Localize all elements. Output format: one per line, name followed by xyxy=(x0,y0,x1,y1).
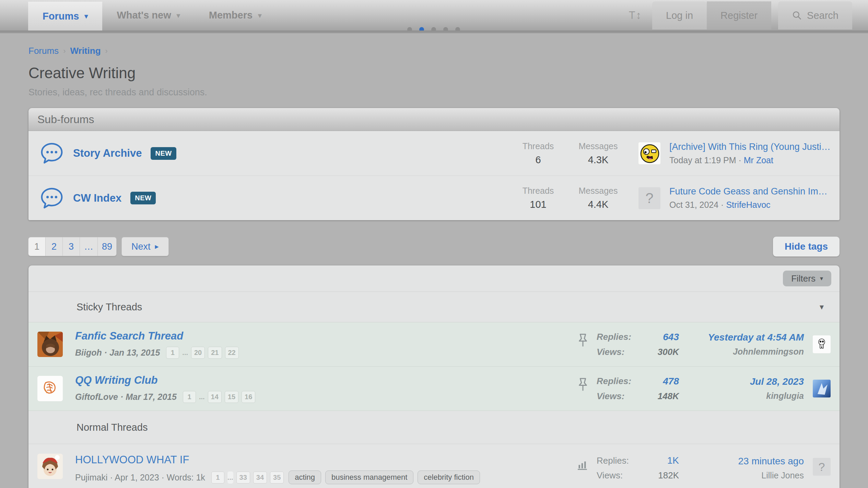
subforum-link-cw-index[interactable]: CW Index xyxy=(73,192,121,204)
pagination-row: 1 2 3 … 89 Next ▸ Hide tags xyxy=(28,237,840,257)
avatar-pujimaki[interactable] xyxy=(37,454,63,479)
tag-acting[interactable]: acting xyxy=(289,471,321,484)
hide-tags-button[interactable]: Hide tags xyxy=(773,237,840,257)
avatar-kinglugia[interactable] xyxy=(813,380,831,397)
last-post-author[interactable]: Johnlemmingson xyxy=(679,347,804,357)
page-button-1[interactable]: 1 xyxy=(28,237,46,256)
new-badge: NEW xyxy=(130,192,156,204)
messages-stat: Messages 4.4K xyxy=(568,186,628,210)
mini-page-button[interactable]: 33 xyxy=(236,472,250,484)
nav-tab-members[interactable]: Members ▾ xyxy=(195,0,276,31)
search-button[interactable]: Search xyxy=(778,1,852,29)
last-post-author[interactable]: StrifeHavoc xyxy=(726,200,770,210)
avatar-derp-face[interactable] xyxy=(638,142,660,164)
page-button-89[interactable]: 89 xyxy=(98,237,116,256)
last-post-time[interactable]: Today at 1:19 PM · xyxy=(669,155,741,165)
page-button-2[interactable]: 2 xyxy=(46,237,63,256)
page-button-3[interactable]: 3 xyxy=(63,237,80,256)
normal-threads-header: Normal Threads xyxy=(28,411,840,444)
sticky-threads-label: Sticky Threads xyxy=(77,301,142,313)
thread-author-date[interactable]: Biigoh · Jan 13, 2015 xyxy=(75,348,160,358)
page-content: Forums › Writing › Creative Writing Stor… xyxy=(28,33,840,488)
thread-author-date[interactable]: Pujimaki · Apr 1, 2023 · Words: 1k xyxy=(75,473,205,483)
thread-last-post: Jul 28, 2023 kinglugia xyxy=(679,376,813,401)
chevron-down-icon: ▾ xyxy=(820,275,823,282)
thread-title[interactable]: HOLLYWOOD WHAT IF xyxy=(75,454,576,466)
navbar-shadow xyxy=(0,31,868,33)
thread-main: Fanfic Search Thread Biigoh · Jan 13, 20… xyxy=(75,330,576,359)
arrow-right-icon: ▸ xyxy=(155,242,159,251)
last-post-date[interactable]: 23 minutes ago xyxy=(679,456,804,467)
messages-count: 4.4K xyxy=(568,199,628,210)
mini-page-button[interactable]: 1 xyxy=(211,472,224,484)
thread-main: QQ Writing Club GiftofLove · Mar 17, 201… xyxy=(75,374,576,403)
mini-page-button[interactable]: 22 xyxy=(225,347,239,359)
last-post-author[interactable]: Mr Zoat xyxy=(744,155,773,165)
mini-page-button[interactable]: 34 xyxy=(253,472,267,484)
mini-page-gap: ... xyxy=(227,472,233,484)
views-count: 300K xyxy=(637,347,679,357)
mini-page-button[interactable]: 35 xyxy=(270,472,284,484)
search-label: Search xyxy=(807,10,838,21)
mini-page-button[interactable]: 20 xyxy=(191,347,205,359)
thread-row-qq-writing-club: QQ Writing Club GiftofLove · Mar 17, 201… xyxy=(28,367,840,411)
thread-title[interactable]: QQ Writing Club xyxy=(75,374,576,386)
top-navbar: Forums ▾ What's new ▾ Members ▾ T↕ Log i… xyxy=(0,0,868,31)
new-badge: NEW xyxy=(151,147,176,160)
threads-count: 6 xyxy=(508,154,568,166)
search-icon xyxy=(792,10,802,21)
mini-page-button[interactable]: 1 xyxy=(166,347,179,359)
views-count: 182K xyxy=(635,470,679,481)
thread-tags: acting business management celebrity fic… xyxy=(289,471,480,484)
mini-page-button[interactable]: 21 xyxy=(208,347,222,359)
subforum-link-story-archive[interactable]: Story Archive xyxy=(73,147,142,159)
breadcrumb-separator: › xyxy=(63,47,66,56)
collapse-section-icon[interactable]: ▾ xyxy=(820,302,824,312)
last-post-meta: Today at 1:19 PM · Mr Zoat xyxy=(669,155,831,165)
register-button[interactable]: Register xyxy=(707,1,771,29)
mini-page-button[interactable]: 15 xyxy=(225,391,238,403)
mini-page-gap: ... xyxy=(199,391,205,403)
last-post-block: [Archive] With This Ring (Young Justi… T… xyxy=(669,142,831,165)
text-size-icon[interactable]: T↕ xyxy=(629,9,642,22)
page-button-gap[interactable]: … xyxy=(80,237,98,256)
avatar-giftoflove[interactable] xyxy=(37,376,63,401)
avatar-question-placeholder[interactable]: ? xyxy=(813,458,831,476)
last-post-date[interactable]: Jul 28, 2023 xyxy=(679,376,804,387)
avatar-question-placeholder[interactable]: ? xyxy=(638,187,660,209)
breadcrumb-writing[interactable]: Writing xyxy=(70,46,101,56)
mini-page-button[interactable]: 14 xyxy=(208,391,222,403)
messages-label: Messages xyxy=(568,186,628,196)
nav-actions: T↕ Log in Register Search xyxy=(629,0,868,31)
next-page-button[interactable]: Next ▸ xyxy=(122,237,168,256)
chevron-down-icon: ▾ xyxy=(84,12,88,20)
nav-tab-whats-new[interactable]: What's new ▾ xyxy=(102,0,194,31)
thread-title[interactable]: Fanfic Search Thread xyxy=(75,330,576,342)
mini-page-button[interactable]: 16 xyxy=(242,391,255,403)
last-post-title[interactable]: [Archive] With This Ring (Young Justi… xyxy=(669,142,831,152)
subforum-row-cw-index: CW Index NEW Threads 101 Messages 4.4K ?… xyxy=(28,176,840,220)
thread-meta-line: Pujimaki · Apr 1, 2023 · Words: 1k 1 ...… xyxy=(75,471,576,484)
avatar-johnlemmingson[interactable] xyxy=(813,335,831,353)
last-post-title[interactable]: Future Code Geass and Genshin Im… xyxy=(669,186,831,197)
subforums-header: Sub-forums xyxy=(28,108,840,131)
nav-tab-forums[interactable]: Forums ▾ xyxy=(28,2,102,31)
thread-row-hollywood-what-if: HOLLYWOOD WHAT IF Pujimaki · Apr 1, 2023… xyxy=(28,444,840,488)
thread-author-date[interactable]: GiftofLove · Mar 17, 2015 xyxy=(75,392,177,402)
filters-button[interactable]: Filters ▾ xyxy=(783,271,831,286)
tag-business-management[interactable]: business management xyxy=(325,471,413,484)
last-post-time[interactable]: Oct 31, 2024 · xyxy=(669,200,724,210)
last-post-author[interactable]: Lillie Jones xyxy=(679,471,804,480)
replies-label: Replies: xyxy=(597,455,629,466)
views-label: Views: xyxy=(597,470,629,481)
thread-meta-line: GiftofLove · Mar 17, 2015 1 ... 14 15 16 xyxy=(75,391,576,403)
last-post-date[interactable]: Yesterday at 4:54 AM xyxy=(679,332,804,343)
breadcrumb-forums[interactable]: Forums xyxy=(28,46,59,56)
login-button[interactable]: Log in xyxy=(652,1,707,29)
views-count: 148K xyxy=(637,391,679,402)
mini-page-button[interactable]: 1 xyxy=(183,391,196,403)
avatar-biigoh[interactable] xyxy=(37,332,63,357)
threads-stat: Threads 101 xyxy=(508,186,568,210)
last-post-author[interactable]: kinglugia xyxy=(679,391,804,401)
tag-celebrity-fiction[interactable]: celebrity fiction xyxy=(418,471,480,484)
